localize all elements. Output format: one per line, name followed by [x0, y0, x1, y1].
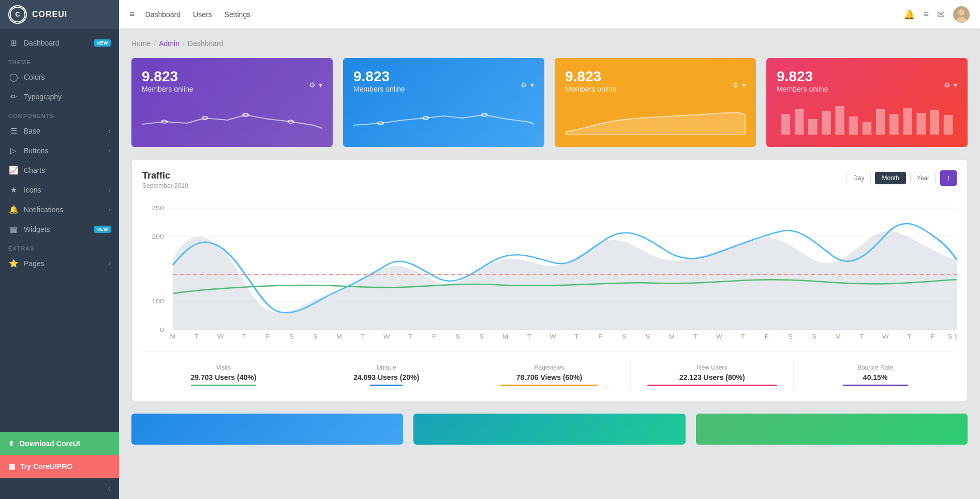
stat-value-1: 9.823: [142, 68, 194, 85]
chevron-down-icon[interactable]: ▾: [954, 81, 957, 89]
stat-label-3: Members online: [565, 85, 617, 93]
try-pro-button[interactable]: ▦ Try CoreUIPRO: [0, 455, 119, 478]
sidebar-item-charts[interactable]: 📈 Charts: [0, 160, 119, 180]
stat-unique-label: Unique: [305, 364, 468, 371]
svg-text:S: S: [955, 334, 957, 340]
export-button[interactable]: ↑: [940, 170, 957, 186]
stat-new-users-bar: [647, 385, 777, 386]
stat-visits-bar: [191, 385, 256, 386]
sidebar-item-notifications[interactable]: 🔔 Notifications ›: [0, 200, 119, 219]
brand-logo: C: [8, 5, 27, 24]
download-icon: ⬆: [8, 439, 14, 448]
gear-icon[interactable]: ⚙: [944, 81, 951, 89]
stat-card-red: 9.823 Members online ⚙ ▾: [766, 58, 968, 147]
chevron-icon: ›: [109, 148, 111, 154]
stat-card-controls-3: ⚙ ▾: [732, 81, 746, 89]
sidebar-item-colors[interactable]: ◯ Colors: [0, 67, 119, 87]
stat-pageviews-label: Pageviews: [468, 364, 631, 371]
svg-text:T: T: [574, 334, 578, 340]
section-title-extras: EXTRAS: [0, 239, 119, 254]
traffic-subtitle: September 2019: [142, 182, 188, 189]
svg-text:S: S: [313, 334, 318, 340]
period-month-button[interactable]: Month: [875, 172, 905, 184]
traffic-chart-svg: 250 200 100 0 M T W T: [142, 198, 957, 343]
sidebar-item-widgets[interactable]: ▦ Widgets NEW: [0, 219, 119, 239]
svg-text:T: T: [242, 334, 246, 340]
sidebar-item-label: Typography: [24, 93, 62, 101]
svg-text:S: S: [812, 334, 816, 340]
sidebar-item-base[interactable]: ☰ Base ›: [0, 121, 119, 141]
period-year-button[interactable]: Year: [910, 172, 936, 184]
section-title-components: COMPONENTS: [0, 107, 119, 121]
svg-text:M: M: [502, 334, 508, 340]
sidebar-item-label: Dashboard: [24, 39, 60, 47]
sidebar-item-label: Pages: [24, 259, 44, 268]
stat-value-4: 9.823: [777, 68, 828, 85]
sidebar-item-pages[interactable]: ⭐ Pages ›: [0, 254, 119, 273]
svg-rect-13: [795, 109, 804, 135]
svg-text:T: T: [195, 334, 199, 340]
svg-text:F: F: [931, 334, 935, 340]
svg-rect-15: [822, 111, 830, 135]
sidebar-item-icons[interactable]: ★ Icons ›: [0, 180, 119, 200]
gear-icon[interactable]: ⚙: [309, 81, 316, 89]
new-badge: NEW: [94, 226, 111, 233]
svg-text:T: T: [408, 334, 412, 340]
sidebar-item-typography[interactable]: ✏ Typography: [0, 87, 119, 107]
topnav-settings-link[interactable]: Settings: [225, 8, 251, 21]
svg-text:200: 200: [152, 233, 164, 240]
sidebar-collapse-button[interactable]: ‹: [0, 478, 119, 499]
svg-text:S: S: [788, 334, 793, 340]
typography-icon: ✏: [8, 92, 19, 101]
chevron-down-icon[interactable]: ▾: [319, 81, 322, 89]
stat-value-2: 9.823: [353, 68, 405, 85]
svg-text:F: F: [765, 334, 769, 340]
stat-card-controls-4: ⚙ ▾: [944, 81, 957, 89]
topnav-dashboard-link[interactable]: Dashboard: [145, 8, 181, 21]
chevron-down-icon[interactable]: ▾: [742, 81, 746, 89]
mail-icon[interactable]: ✉: [937, 9, 945, 20]
stat-label-1: Members online: [142, 85, 194, 93]
download-coreui-button[interactable]: ⬆ Download CoreUI: [0, 432, 119, 455]
period-day-button[interactable]: Day: [847, 172, 871, 184]
svg-text:F: F: [598, 334, 602, 340]
bell-icon[interactable]: 🔔: [903, 9, 915, 20]
topnav-users-link[interactable]: Users: [193, 8, 212, 21]
main-content: Home / Admin / Dashboard 9.823 Members o…: [119, 29, 980, 499]
topnav-actions: 🔔 ≡ ✉: [903, 6, 970, 23]
notifications-icon: 🔔: [8, 205, 19, 214]
svg-text:M: M: [669, 334, 675, 340]
svg-text:S: S: [622, 334, 627, 340]
svg-text:T: T: [859, 334, 864, 340]
stat-card-chart-1: [142, 104, 322, 137]
sidebar: C COREUI ⊞ Dashboard NEW THEME ◯ Colors …: [0, 0, 119, 499]
svg-text:W: W: [716, 334, 722, 340]
sidebar-item-buttons[interactable]: ▷ Buttons ›: [0, 141, 119, 160]
main-area: ≡ Dashboard Users Settings 🔔 ≡ ✉ Home /: [119, 0, 980, 499]
charts-icon: 📈: [8, 166, 19, 175]
menu-toggle-button[interactable]: ≡: [129, 9, 135, 20]
stat-label-4: Members online: [777, 85, 828, 93]
gear-icon[interactable]: ⚙: [521, 81, 527, 89]
sidebar-item-dashboard[interactable]: ⊞ Dashboard NEW: [0, 33, 119, 53]
svg-text:S: S: [289, 334, 294, 340]
stat-visits: Visits 29.703 Users (40%): [142, 360, 305, 390]
breadcrumb: Home / Admin / Dashboard: [131, 39, 968, 48]
chevron-icon: ›: [109, 207, 111, 213]
breadcrumb-admin[interactable]: Admin: [159, 39, 180, 48]
list-icon[interactable]: ≡: [923, 9, 929, 20]
svg-text:W: W: [383, 334, 390, 340]
gear-icon[interactable]: ⚙: [732, 81, 739, 89]
sidebar-item-label: Buttons: [24, 146, 48, 155]
svg-text:S: S: [948, 334, 953, 340]
chevron-down-icon[interactable]: ▾: [530, 81, 534, 89]
bottom-cards-grid: [131, 414, 968, 445]
svg-text:100: 100: [152, 298, 164, 305]
pages-icon: ⭐: [8, 259, 19, 268]
stat-unique-value: 24.093 Users (20%): [305, 373, 468, 381]
chevron-icon: ›: [109, 187, 111, 193]
breadcrumb-home[interactable]: Home: [131, 39, 151, 48]
stat-new-users-label: New Users: [631, 364, 793, 371]
user-avatar[interactable]: [953, 6, 970, 23]
dashboard-icon: ⊞: [8, 38, 19, 48]
